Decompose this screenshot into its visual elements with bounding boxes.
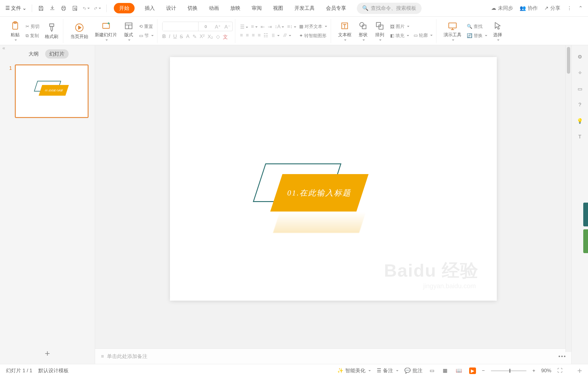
underline-icon[interactable]: U [173, 34, 177, 40]
shape-button[interactable]: 形状 [356, 20, 371, 42]
new-slide-button[interactable]: 新建幻灯片 [92, 20, 119, 42]
expand-button[interactable]: + [577, 366, 582, 376]
tab-view[interactable]: 视图 [272, 3, 284, 13]
canvas-scroll[interactable]: 01.在此输入标题 Baidu 经验 jingyan.baidu.com [95, 45, 571, 348]
command-search[interactable]: 🔍 查找命令、搜索模板 [357, 3, 422, 14]
sorter-view-icon[interactable]: ▦ [442, 366, 449, 375]
picture-button[interactable]: 🖼图片 [389, 23, 411, 30]
comments-toggle[interactable]: 💬批注 [404, 367, 423, 374]
reading-view-icon[interactable]: 📖 [455, 366, 463, 375]
align-text-button[interactable]: ▦对齐文本 [298, 23, 328, 30]
slideshow-view-icon[interactable]: ▶ [469, 367, 476, 374]
slide-canvas[interactable]: 01.在此输入标题 Baidu 经验 jingyan.baidu.com [170, 57, 497, 301]
template-icon[interactable]: ▭ [576, 85, 584, 93]
layout-button[interactable]: 版式 [121, 20, 136, 42]
share-button[interactable]: ↗分享 [544, 5, 560, 12]
file-menu[interactable]: ☰ 文件 ⌄ [5, 5, 26, 12]
align-justify-icon[interactable]: ≡ [258, 32, 261, 39]
highlight-icon[interactable]: ✎ [193, 34, 197, 40]
tab-member[interactable]: 会员专享 [325, 3, 347, 13]
settings-icon[interactable]: ⚙ [576, 53, 584, 61]
outline-button[interactable]: ▭轮廓 [412, 32, 434, 39]
bold-icon[interactable]: B [162, 34, 166, 40]
zoom-slider-thumb[interactable] [509, 369, 510, 373]
tab-review[interactable]: 审阅 [250, 3, 263, 13]
tab-slides[interactable]: 幻灯片 [45, 49, 69, 59]
undo-button[interactable] [83, 5, 90, 12]
arrange-button[interactable]: 排列 [372, 20, 387, 42]
zoom-slider[interactable] [491, 370, 526, 371]
italic-icon[interactable]: I [169, 34, 170, 40]
zoom-value[interactable]: 90% [541, 368, 551, 374]
tab-outline[interactable]: 大纲 [26, 49, 41, 59]
tab-transition[interactable]: 切换 [186, 3, 199, 13]
align-center-icon[interactable]: ≡ [246, 32, 249, 39]
collapse-ribbon-icon[interactable]: ⌃ [578, 5, 583, 11]
superscript-icon[interactable]: X² [200, 34, 205, 40]
redo-button[interactable] [94, 5, 101, 12]
export-icon[interactable] [49, 5, 56, 12]
notes-more-icon[interactable] [559, 356, 565, 357]
help-icon[interactable]: ? [576, 101, 584, 109]
increase-font-icon[interactable]: A⁺ [213, 22, 223, 31]
decrease-font-icon[interactable]: A⁻ [223, 22, 232, 31]
numbering-icon[interactable]: ≡ [251, 24, 258, 30]
find-button[interactable]: 🔍查找 [466, 23, 488, 30]
align-left-icon[interactable]: ≡ [240, 32, 243, 39]
collab-button[interactable]: 👥协作 [520, 5, 538, 12]
smart-beautify-button[interactable]: ✨智能美化 [337, 367, 371, 374]
bullets-icon[interactable]: ☰ [240, 24, 248, 30]
format-painter-button[interactable]: 格式刷 [42, 22, 61, 40]
zoom-in-button[interactable]: + [532, 368, 535, 374]
strike-icon[interactable]: S̶ [180, 34, 183, 40]
section-button[interactable]: ▭节 [138, 32, 155, 39]
replace-button[interactable]: 🔄替换 [466, 32, 488, 39]
smartart-button[interactable]: ✦转智能图形 [298, 32, 328, 39]
text-direction-icon[interactable]: ↕A [275, 24, 284, 30]
decrease-indent-icon[interactable]: ⇤ [261, 24, 265, 30]
thumbnail-1[interactable]: 01.在此输入标题 [15, 64, 89, 118]
collapse-panel-icon[interactable]: « [2, 45, 5, 51]
fit-window-icon[interactable]: ⛶ [557, 368, 562, 374]
align-right-icon[interactable]: ≡ [252, 32, 255, 39]
distribute-vert-icon[interactable]: ⫼ [271, 32, 280, 39]
text-tool-icon[interactable]: T [576, 133, 584, 141]
tab-insert[interactable]: 插入 [144, 3, 156, 13]
columns-icon[interactable]: ☷ [264, 32, 268, 39]
phonetic-icon[interactable]: 文 [223, 34, 228, 40]
add-slide-button[interactable]: + [0, 343, 95, 364]
slide-counter[interactable]: 幻灯片 1 / 1 [6, 367, 32, 374]
font-color-icon[interactable]: A [186, 34, 189, 40]
print-icon[interactable] [60, 5, 67, 12]
font-size-input[interactable] [198, 22, 213, 31]
right-tab-2[interactable] [583, 229, 588, 253]
paste-button[interactable]: 粘贴 [8, 20, 23, 42]
normal-view-icon[interactable]: ▭ [428, 366, 436, 375]
tab-slideshow[interactable]: 放映 [229, 3, 242, 13]
design-template[interactable]: 默认设计模板 [38, 367, 69, 374]
tab-home[interactable]: 开始 [114, 3, 135, 13]
vertical-scrollbar[interactable] [565, 45, 571, 352]
notes-bar[interactable]: ≡ 单击此处添加备注 [95, 348, 571, 364]
clear-format-icon[interactable]: ◇ [216, 34, 220, 40]
present-tools-button[interactable]: 演示工具 [441, 20, 464, 42]
select-button[interactable]: 选择 [490, 20, 505, 42]
fill-button[interactable]: ◧填充 [389, 32, 411, 39]
star-icon[interactable]: ✧ [576, 69, 584, 77]
tab-devtools[interactable]: 开发工具 [293, 3, 316, 13]
print-preview-icon[interactable] [71, 5, 78, 12]
save-icon[interactable] [37, 5, 45, 12]
thumbnail-row[interactable]: 1 01.在此输入标题 [6, 64, 89, 118]
zoom-out-button[interactable]: − [482, 368, 485, 374]
font-name-input[interactable] [163, 22, 198, 31]
line-spacing-icon[interactable]: ≡↕ [287, 24, 296, 30]
tab-animation[interactable]: 动画 [208, 3, 220, 13]
cut-button[interactable]: ✂剪切 [24, 23, 41, 30]
increase-indent-icon[interactable]: ⇥ [268, 24, 272, 30]
idea-icon[interactable]: 💡 [576, 117, 584, 125]
tab-design[interactable]: 设计 [165, 3, 177, 13]
notes-toggle[interactable]: ☰备注 [377, 367, 398, 374]
subscript-icon[interactable]: X₂ [208, 34, 213, 40]
reset-button[interactable]: ⟲重置 [138, 23, 155, 30]
scrollbar-thumb[interactable] [567, 47, 570, 74]
